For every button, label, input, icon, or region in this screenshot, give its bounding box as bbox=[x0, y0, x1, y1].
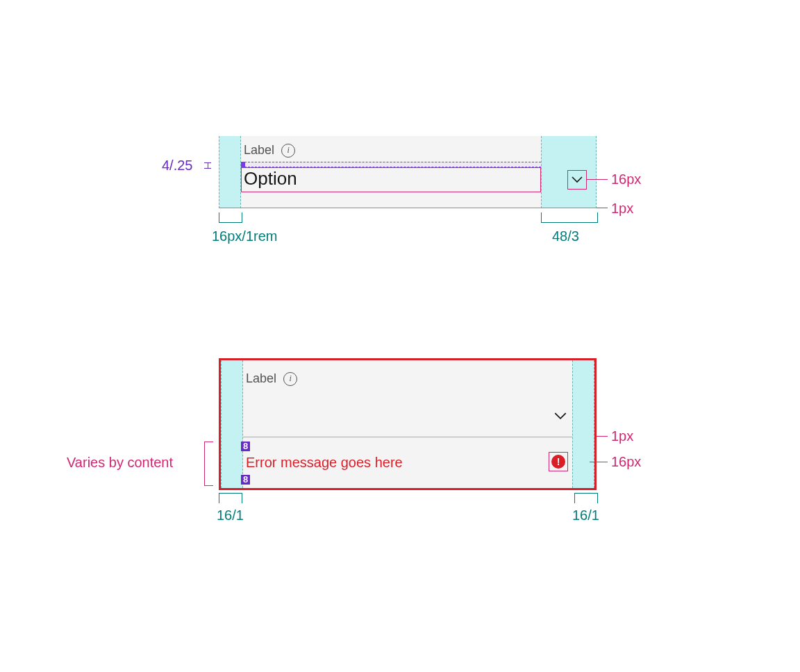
field-underline bbox=[219, 208, 597, 208]
info-icon: i bbox=[283, 372, 297, 386]
padding-guide-right bbox=[572, 360, 594, 488]
dropdown-spec-error: Label i Error message goes here ! bbox=[219, 358, 597, 490]
anno-rule-leader bbox=[597, 208, 608, 208]
anno-right-pad2: 16/1 bbox=[572, 508, 599, 522]
chevron-hitbox-guide bbox=[567, 170, 587, 190]
anno-erricon-leader bbox=[590, 462, 608, 462]
anno-gap-stem bbox=[208, 162, 208, 168]
field-label-row: Label i bbox=[246, 371, 297, 386]
anno-label-gap: 4/.25 bbox=[162, 158, 192, 172]
anno-left-pad2-brace bbox=[219, 493, 242, 503]
field-underline bbox=[243, 437, 572, 437]
dropdown-spec-normal: Label i Option bbox=[219, 136, 597, 208]
spacing-tag-bottom: 8 bbox=[241, 475, 250, 485]
anno-right-pad2-brace bbox=[574, 493, 598, 503]
chevron-down-icon bbox=[572, 176, 583, 183]
anno-left-pad2: 16/1 bbox=[217, 508, 244, 522]
anno-rule2-leader bbox=[597, 436, 608, 437]
anno-varies-brace bbox=[204, 442, 213, 486]
anno-left-pad: 16px/1rem bbox=[212, 229, 278, 243]
anno-chev-size: 16px bbox=[611, 172, 641, 186]
anno-rule2-size: 1px bbox=[611, 429, 633, 443]
spacing-tag-top: 8 bbox=[241, 442, 250, 451]
field-label: Label bbox=[246, 371, 276, 386]
anno-erricon-size: 16px bbox=[611, 455, 641, 469]
padding-guide-left bbox=[221, 360, 243, 488]
field-label-row: Label i bbox=[244, 143, 295, 158]
anno-chev-leader bbox=[587, 179, 608, 180]
field-label: Label bbox=[244, 143, 274, 158]
anno-varies: Varies by content bbox=[67, 455, 173, 469]
chevron-down-icon bbox=[554, 410, 567, 423]
padding-guide-left bbox=[219, 136, 241, 208]
selected-option: Option bbox=[244, 168, 297, 190]
anno-right-pad: 48/3 bbox=[552, 229, 579, 243]
label-gap-tick bbox=[241, 162, 245, 167]
anno-rule-size: 1px bbox=[611, 201, 633, 215]
anno-gap-cap-bot bbox=[204, 168, 211, 169]
error-icon-hitbox-guide: ! bbox=[549, 452, 568, 471]
anno-left-pad-brace bbox=[219, 212, 242, 223]
anno-right-pad-brace bbox=[541, 212, 598, 223]
warning-filled-icon: ! bbox=[551, 455, 565, 469]
error-message: Error message goes here bbox=[246, 455, 403, 471]
label-gap-guide bbox=[241, 162, 541, 167]
info-icon: i bbox=[281, 144, 295, 158]
